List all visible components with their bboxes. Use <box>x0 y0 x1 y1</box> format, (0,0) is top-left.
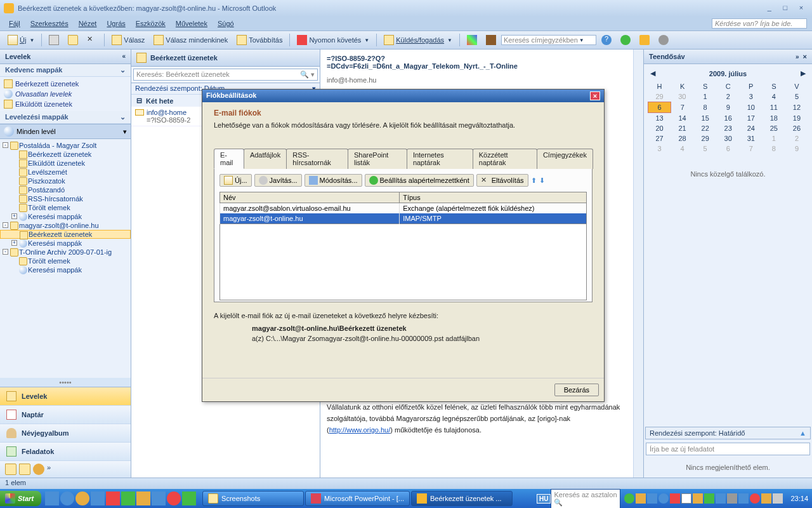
cal-day[interactable]: 25 <box>763 123 785 133</box>
desktop-search[interactable]: Keresés az asztalon 🔍 <box>551 489 620 509</box>
cal-day[interactable]: 21 <box>671 123 694 133</box>
tray-volume-icon[interactable] <box>773 493 783 504</box>
cal-day[interactable]: 2 <box>717 91 740 102</box>
cal-day[interactable]: 4 <box>671 144 694 154</box>
ql-media-icon[interactable] <box>75 491 89 505</box>
tray-3-icon[interactable] <box>647 493 657 504</box>
configure-icon[interactable]: » <box>47 464 58 475</box>
cal-day[interactable]: 19 <box>785 113 808 124</box>
replyall-button[interactable]: Válasz mindenkinek <box>150 33 232 47</box>
expander-icon[interactable]: + <box>11 240 17 246</box>
tray-13-icon[interactable] <box>761 493 771 504</box>
fav-sent[interactable]: Elküldött üzenetek <box>0 99 131 109</box>
cal-day[interactable]: 2 <box>785 133 808 144</box>
address-search[interactable]: Keresés címjegyzékben▼ <box>501 35 596 45</box>
col-type[interactable]: Típus <box>400 192 587 203</box>
expander-icon[interactable]: - <box>3 249 8 255</box>
collapse-icon[interactable]: « <box>122 53 126 60</box>
expander-icon[interactable]: - <box>3 222 8 228</box>
acct-remove-button[interactable]: ✕Eltávolítás <box>476 174 528 187</box>
menu-tools[interactable]: Eszközök <box>132 18 169 29</box>
cal-day[interactable]: 20 <box>648 123 671 133</box>
cal-day[interactable]: 30 <box>671 91 694 102</box>
tray-7-icon[interactable] <box>693 493 703 504</box>
new-task-input[interactable]: Írja be az új feladatot <box>646 443 810 455</box>
move-button[interactable] <box>64 33 82 47</box>
help-search[interactable]: Kérdése van? Írja be ide. <box>712 18 807 29</box>
fav-unread[interactable]: Olvasatlan levelek <box>0 89 131 99</box>
forward-button[interactable]: Továbbítás <box>233 33 286 47</box>
clock[interactable]: 23:14 <box>787 495 812 502</box>
move-up-button[interactable]: ⬆ <box>531 177 537 185</box>
help-button[interactable]: ? <box>598 33 615 47</box>
minimize-button[interactable]: _ <box>763 4 776 13</box>
tab-5[interactable]: Közzétett naptárak <box>473 149 537 169</box>
dialog-titlebar[interactable]: Fiókbeállítások× <box>202 90 604 102</box>
folders-icon[interactable] <box>19 464 30 475</box>
tray-6-icon[interactable] <box>681 493 691 504</box>
print-button[interactable] <box>45 33 63 47</box>
nav-tasks[interactable]: Feladatok <box>0 443 131 461</box>
account-row[interactable]: magyar-zsolt@t-online.huIMAP/SMTP <box>220 213 587 224</box>
new-button[interactable]: Új▼ <box>4 33 38 47</box>
tree-node[interactable]: RSS-hírcsatornák <box>0 194 131 203</box>
cal-day[interactable]: 22 <box>694 123 717 133</box>
favorites-header[interactable]: Kedvenc mappák⌄ <box>0 64 131 77</box>
cal-day[interactable]: 10 <box>740 102 763 113</box>
cal-day[interactable]: 9 <box>717 102 740 113</box>
expander-icon[interactable]: - <box>3 142 8 148</box>
cal-day[interactable]: 31 <box>740 133 763 144</box>
tray-11-icon[interactable] <box>738 493 749 504</box>
tree-node[interactable]: Törölt elemek <box>0 203 131 212</box>
ql-3-icon[interactable] <box>121 491 135 505</box>
expander-icon[interactable]: + <box>11 213 17 219</box>
tab-3[interactable]: SharePoint listák <box>348 149 407 169</box>
tray-4-icon[interactable] <box>658 493 669 504</box>
menu-help[interactable]: Súgó <box>214 18 238 29</box>
cal-day[interactable]: 24 <box>740 123 763 133</box>
tree-node[interactable]: -magyar-zsolt@t-online.hu <box>0 221 131 230</box>
maximize-button[interactable]: □ <box>778 4 792 13</box>
cal-day[interactable]: 3 <box>648 144 671 154</box>
tray-2-icon[interactable] <box>636 493 646 504</box>
followup-button[interactable]: Nyomon követés▼ <box>293 33 373 47</box>
menu-edit[interactable]: Szerkesztés <box>27 18 72 29</box>
language-indicator[interactable]: HU <box>537 494 551 504</box>
ql-5-icon[interactable] <box>152 491 166 505</box>
task-sort[interactable]: Rendezési szempont: Határidő▲ <box>645 427 811 439</box>
tree-node[interactable]: -Postaláda - Magyar Zsolt <box>0 141 131 150</box>
tree-node[interactable]: Beérkezett üzenetek <box>0 150 131 159</box>
cal-next[interactable]: ▶ <box>801 69 806 77</box>
cal-day[interactable]: 9 <box>785 144 808 154</box>
tree-node[interactable]: Elküldött üzenetek <box>0 159 131 168</box>
delete-button[interactable]: ✕ <box>83 33 101 47</box>
todo-collapse-icon[interactable]: » <box>796 53 799 60</box>
nav-contacts[interactable]: Névjegyalbum <box>0 424 131 443</box>
ext2-button[interactable] <box>636 33 653 47</box>
cal-day[interactable]: 16 <box>717 113 740 124</box>
nav-calendar[interactable]: Naptár <box>0 406 131 424</box>
start-button[interactable]: Start <box>0 491 41 506</box>
acct-default-button[interactable]: Beállítás alapértelmezettként <box>365 174 474 187</box>
todo-close-icon[interactable]: × <box>803 53 807 60</box>
tree-node[interactable]: Postázandó <box>0 185 131 194</box>
move-down-button[interactable]: ⬇ <box>539 177 545 185</box>
all-mail[interactable]: Minden levél▾ <box>0 124 131 139</box>
cal-day[interactable]: 17 <box>740 113 763 124</box>
ql-2-icon[interactable] <box>106 491 120 505</box>
dialog-close-button[interactable]: × <box>590 91 600 100</box>
shortcuts-icon[interactable] <box>33 464 44 475</box>
cal-day[interactable]: 14 <box>671 113 694 124</box>
account-row[interactable]: magyar.zsolt@sablon.virtualoso-email.huE… <box>220 203 587 214</box>
tray-12-icon[interactable] <box>750 493 760 504</box>
task-powerpoint[interactable]: Microsoft PowerPoint - [... <box>305 491 410 506</box>
cal-day[interactable]: 8 <box>763 144 785 154</box>
notes-icon[interactable] <box>5 464 16 475</box>
menu-go[interactable]: Ugrás <box>103 18 129 29</box>
cal-day[interactable]: 3 <box>740 91 763 102</box>
cal-day[interactable]: 4 <box>763 91 785 102</box>
tree-node[interactable]: -T-Online Archiv 2009-07-01-ig <box>0 248 131 257</box>
tab-6[interactable]: Címjegyzékek <box>537 149 593 169</box>
cal-day[interactable]: 5 <box>694 144 717 154</box>
cal-day[interactable]: 7 <box>671 102 694 113</box>
